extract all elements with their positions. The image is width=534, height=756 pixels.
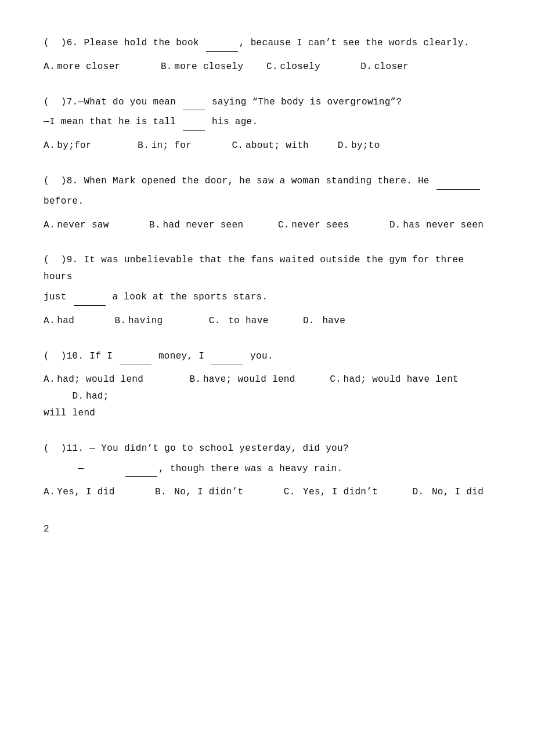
q8-text: ( )8. When Mark opened the door, he saw … bbox=[44, 173, 490, 190]
q10-options: A. had; would lend B. have; would lend C… bbox=[44, 371, 490, 405]
question-9: ( )9. It was unbelievable that the fans … bbox=[44, 252, 490, 329]
page-number: 2 bbox=[44, 524, 490, 534]
question-8: ( )8. When Mark opened the door, he saw … bbox=[44, 173, 490, 233]
q9-options: A. had B. having C. to have D. have bbox=[44, 313, 490, 330]
q7-blank1 bbox=[183, 110, 205, 110]
q8-blank bbox=[436, 189, 480, 190]
question-11: ( )11. — You didn’t go to school yesterd… bbox=[44, 440, 490, 501]
q7-sub-before: —I mean that he is tall bbox=[44, 117, 182, 127]
q7-sub-after: his age. bbox=[206, 117, 258, 127]
q9-text-continued: just a look at the sports stars. bbox=[44, 289, 490, 306]
q6-blank bbox=[206, 51, 238, 52]
q10-text-mid: money, I bbox=[153, 351, 210, 361]
q11-subtext: — , though there was a heavy rain. bbox=[44, 461, 490, 478]
q6-text-before: ( )6. Please hold the book bbox=[44, 38, 205, 48]
q6-text-after: , because I can’t see the words clearly. bbox=[239, 38, 470, 48]
q8-options: A. never saw B. had never seen C. never … bbox=[44, 217, 490, 234]
q10-text: ( )10. If I money, I you. bbox=[44, 348, 490, 365]
q10-blank1 bbox=[120, 364, 151, 364]
q11-text: ( )11. — You didn’t go to school yesterd… bbox=[44, 440, 490, 457]
q7-text-before: ( )7.—What do you mean bbox=[44, 97, 182, 107]
question-6: ( )6. Please hold the book , because I c… bbox=[44, 35, 490, 75]
q8-text-continued: before. bbox=[44, 193, 490, 210]
q9-text-just: just bbox=[44, 292, 73, 302]
q9-text: ( )9. It was unbelievable that the fans … bbox=[44, 252, 490, 285]
q11-blank bbox=[125, 476, 157, 477]
q10-blank2 bbox=[211, 364, 243, 364]
q7-text-after: saying “The body is overgrowing”? bbox=[206, 97, 402, 107]
q7-text: ( )7.—What do you mean saying “The body … bbox=[44, 94, 490, 111]
question-10: ( )10. If I money, I you. A. had; would … bbox=[44, 348, 490, 422]
q7-subtext: —I mean that he is tall his age. bbox=[44, 114, 490, 131]
q10-text-end: you. bbox=[244, 351, 273, 361]
q7-options: A. by;for B. in; for C. about; with D. b… bbox=[44, 138, 490, 154]
q9-text-look: a look at the sports stars. bbox=[107, 292, 268, 302]
q6-options: A. more closer B. more closely C. closel… bbox=[44, 59, 490, 75]
q6-text: ( )6. Please hold the book , because I c… bbox=[44, 35, 490, 52]
question-7: ( )7.—What do you mean saying “The body … bbox=[44, 94, 490, 154]
q10-options-continued: will lend bbox=[44, 405, 490, 422]
q8-text-main: ( )8. When Mark opened the door, he saw … bbox=[44, 176, 435, 186]
q9-blank bbox=[74, 305, 106, 306]
q7-blank2 bbox=[183, 130, 205, 131]
q10-text-if: ( )10. If I bbox=[44, 351, 118, 361]
q11-options: A. Yes, I did B. No, I didn’t C. Yes, I … bbox=[44, 484, 490, 501]
